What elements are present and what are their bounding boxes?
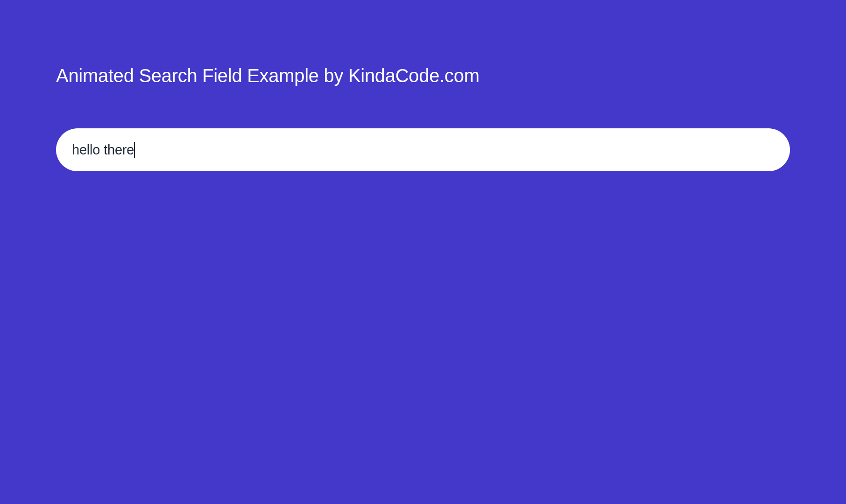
search-field-container[interactable]: hello there [56,128,790,171]
search-input[interactable] [72,142,774,158]
page-title: Animated Search Field Example by KindaCo… [56,65,790,86]
